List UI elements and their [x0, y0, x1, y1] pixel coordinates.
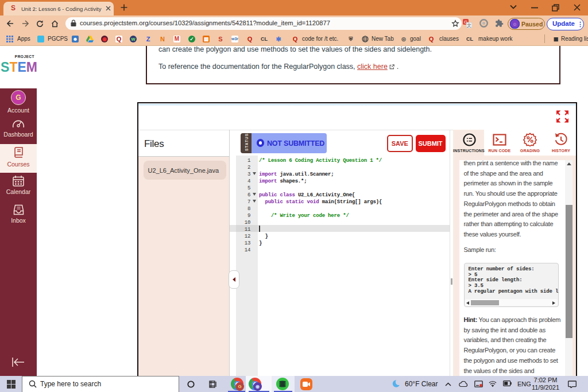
- svg-text:STATUS: STATUS: [245, 133, 249, 151]
- svg-text:文: 文: [467, 23, 471, 28]
- svg-text:☺: ☺: [512, 22, 517, 27]
